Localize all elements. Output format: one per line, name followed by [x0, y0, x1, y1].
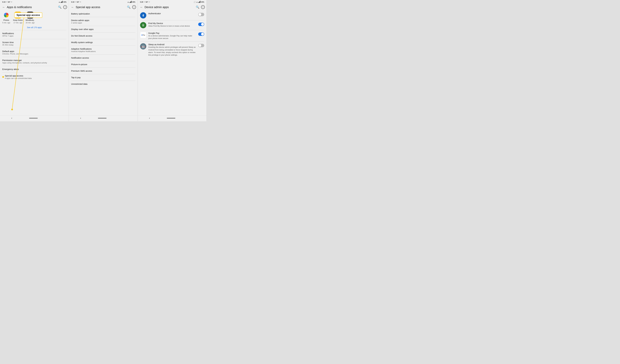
menu-notification-access[interactable]: Notification access	[69, 55, 138, 61]
menu-tap-pay[interactable]: Tap & pay	[69, 74, 138, 81]
menu-item-permission[interactable]: Permission manager Apps using microphone…	[0, 57, 69, 66]
gpay-icon: G Pay	[140, 32, 146, 38]
signal-icon-2	[130, 1, 132, 3]
menu-item-defaultapps[interactable]: Default apps Chrome, Phone, and Messages	[0, 48, 69, 57]
admin-app-fmd[interactable]: Find My Device Allow Find My Device to l…	[138, 20, 206, 30]
mindbody-name: MindBody..	[26, 19, 35, 21]
signal-icon-3	[198, 1, 201, 3]
battery-2: 43%	[132, 1, 135, 3]
admin-app-gpay[interactable]: G Pay Google Pay As a device administrat…	[138, 30, 206, 41]
menu-adaptive-notifications[interactable]: Adaptive Notifications Android Adaptive …	[69, 46, 138, 54]
fmd-toggle[interactable]	[198, 23, 204, 26]
special-access-label: Special app access	[14, 13, 42, 18]
top-bar-3: ← Device admin apps 🔍 ?	[138, 4, 206, 11]
back-button-1[interactable]: ←	[2, 5, 6, 9]
nav-back-1[interactable]: ‹	[11, 117, 12, 120]
nav-home-bar-1[interactable]	[29, 118, 38, 119]
panel2-content: Battery optimization Device admin apps 2…	[69, 11, 138, 115]
panel-apps-notifications: 5:19 ••• 54° ••• ▲ 43% ← Apps & notifica…	[0, 0, 69, 121]
search-button-1[interactable]: 🔍	[58, 5, 62, 9]
authenticator-icon	[140, 12, 146, 18]
wifi-icon-3: ▲	[196, 1, 198, 3]
photos-time: 5 min. ago	[2, 22, 10, 24]
wifi-icon-2: ▲	[127, 1, 129, 3]
page-title-1: Apps & notifications	[7, 6, 56, 9]
svg-rect-8	[143, 26, 143, 26]
time-2: 5:19	[71, 1, 74, 3]
status-bar-3: 5:20 ••• 54° ••• ⬜ ▲ 43%	[138, 0, 206, 4]
signal-dots-2: •••	[75, 1, 76, 3]
menu-item-screentime[interactable]: Screen time 4h 45m today	[0, 39, 69, 48]
panel-device-admin: 5:20 ••• 54° ••• ⬜ ▲ 43% ← Device admin …	[138, 0, 207, 121]
svg-rect-4	[143, 16, 143, 17]
authenticator-toggle[interactable]	[198, 13, 204, 16]
fmd-icon	[140, 22, 146, 28]
panel1-content: Photos 5 min. ago 📝 Keep Notes 17 min. a…	[0, 11, 69, 115]
see-all-link[interactable]: See all 176 apps	[0, 25, 69, 30]
battery-3: 43%	[201, 1, 204, 3]
nav-back-2[interactable]: ‹	[80, 117, 81, 120]
menu-item-notifications[interactable]: Notifications Off for 7 apps	[0, 30, 69, 39]
dots2-1: •••	[11, 1, 12, 3]
menu-device-admin[interactable]: Device admin apps 2 active apps	[69, 17, 138, 26]
fmd-info: Find My Device Allow Find My Device to l…	[148, 22, 196, 27]
menu-pip[interactable]: Picture-in-picture	[69, 61, 138, 68]
menu-item-specialaccess[interactable]: Special app access 4 apps can use unrest…	[0, 73, 69, 81]
nav-home-bar-2[interactable]	[98, 118, 107, 119]
wifi-icon-1: ▲	[59, 1, 60, 3]
gpay-info: Google Pay As a device administrator, Go…	[148, 32, 196, 40]
gpay-toggle[interactable]	[198, 32, 204, 36]
nav-home-bar-3[interactable]	[167, 118, 175, 119]
bottom-nav-3: ‹	[138, 115, 206, 121]
menu-premium-sms[interactable]: Premium SMS access	[69, 68, 138, 74]
photos-name: Photos	[3, 19, 9, 21]
back-button-2[interactable]: ←	[71, 5, 75, 9]
signal-dots-1: •••	[6, 1, 7, 3]
bottom-nav-2: ‹	[69, 115, 138, 121]
help-button-2[interactable]: ?	[132, 5, 136, 9]
status-bar-1: 5:19 ••• 54° ••• ▲ 43%	[0, 0, 69, 4]
temp-3: 54°	[146, 1, 148, 3]
authenticator-info: Authenticator	[148, 12, 196, 15]
top-bar-1: ← Apps & notifications 🔍 ?	[0, 4, 69, 11]
search-button-2[interactable]: 🔍	[126, 5, 131, 9]
menu-display-over[interactable]: Display over other apps	[69, 26, 138, 32]
panel-special-app-access: 5:19 ••• 54° ••• ▲ 43% ← Special app acc…	[69, 0, 138, 121]
bottom-nav-1: ‹	[0, 115, 69, 121]
help-button-3[interactable]: ?	[201, 5, 205, 9]
dots2-3: •••	[149, 1, 150, 3]
menu-battery-optimization[interactable]: Battery optimization	[69, 11, 138, 17]
admin-app-sleep[interactable]: 🤖 Sleep as Android Granting the device a…	[138, 42, 206, 58]
page-title-2: Special app access	[76, 6, 125, 9]
nav-back-3[interactable]: ‹	[149, 117, 150, 120]
admin-app-authenticator[interactable]: Authenticator	[138, 11, 206, 20]
menu-dnd[interactable]: Do Not Disturb access	[69, 32, 138, 39]
temp-1: 54°	[8, 1, 10, 3]
back-button-3[interactable]: ←	[140, 5, 143, 9]
menu-unrestricted-data[interactable]: Unrestricted data	[69, 81, 138, 87]
battery-1: 43%	[63, 1, 66, 3]
recent-app-photos[interactable]: Photos 5 min. ago	[2, 12, 10, 24]
sleep-info: Sleep as Android Granting the device adm…	[148, 43, 196, 56]
page-title-3: Device admin apps	[145, 6, 194, 9]
keepnotes-time: 17 min. ago	[14, 22, 22, 24]
search-button-3[interactable]: 🔍	[195, 5, 200, 9]
sleep-icon: 🤖	[140, 43, 146, 49]
time-1: 5:19	[2, 1, 5, 3]
screenshot-icon-3: ⬜	[194, 1, 196, 3]
status-bar-2: 5:19 ••• 54° ••• ▲ 43%	[69, 0, 138, 4]
yellow-dot-indicator	[2, 76, 4, 78]
top-bar-2: ← Special app access 🔍 ?	[69, 4, 138, 11]
sleep-toggle[interactable]	[198, 44, 204, 47]
time-3: 5:20	[140, 1, 143, 3]
menu-modify-settings[interactable]: Modify system settings	[69, 39, 138, 46]
dots2-2: •••	[80, 1, 81, 3]
signal-dots-3: •••	[144, 1, 145, 3]
keepnotes-name: Keep Notes	[13, 19, 23, 21]
menu-item-emergency[interactable]: Emergency alerts	[0, 66, 69, 72]
panel3-content: Authenticator Find My Device Allow Find …	[138, 11, 206, 115]
mindbody-time: 20 min. ago	[26, 22, 35, 24]
photos-icon	[3, 12, 10, 18]
svg-point-7	[143, 25, 143, 26]
help-button-1[interactable]: ?	[63, 5, 67, 9]
